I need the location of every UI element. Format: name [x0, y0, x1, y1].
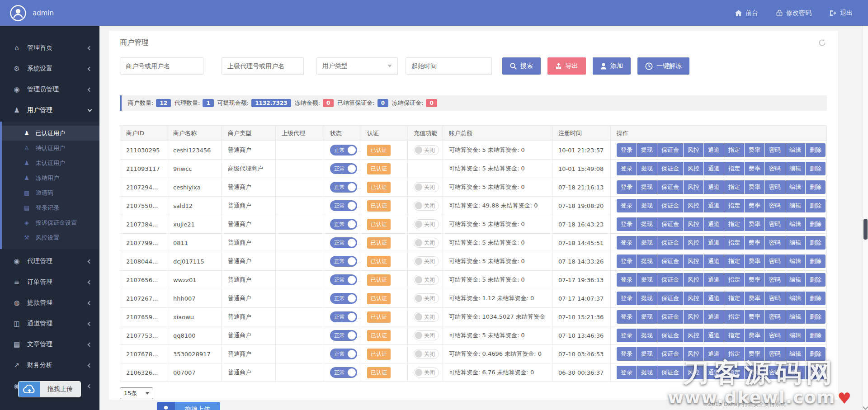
assign-action-button[interactable]: 指定 [724, 217, 744, 231]
recharge-toggle[interactable]: 关闭 [414, 238, 439, 248]
login-action-button[interactable]: 登录 [617, 254, 637, 268]
risk-action-button[interactable]: 风控 [684, 366, 703, 379]
login-action-button[interactable]: 登录 [617, 236, 637, 250]
recharge-toggle[interactable]: 关闭 [414, 312, 439, 322]
status-toggle[interactable]: 正常 [330, 311, 357, 322]
logout-link[interactable]: 退出 [830, 9, 853, 17]
deposit-action-button[interactable]: 保证金 [657, 143, 683, 157]
rate-action-button[interactable]: 费率 [745, 292, 764, 305]
recharge-toggle[interactable]: 关闭 [414, 330, 439, 340]
status-toggle[interactable]: 正常 [330, 256, 357, 267]
risk-action-button[interactable]: 风控 [684, 236, 703, 250]
password-action-button[interactable]: 密码 [765, 292, 785, 305]
status-toggle[interactable]: 正常 [330, 237, 357, 248]
risk-action-button[interactable]: 风控 [684, 199, 703, 212]
channel-action-button[interactable]: 通道 [704, 254, 724, 268]
rate-action-button[interactable]: 费率 [745, 254, 764, 268]
deposit-action-button[interactable]: 保证金 [657, 162, 683, 175]
delete-action-button[interactable]: 删除 [806, 273, 826, 287]
deposit-action-button[interactable]: 保证金 [657, 236, 683, 250]
edit-action-button[interactable]: 编辑 [785, 292, 805, 305]
edit-action-button[interactable]: 编辑 [785, 254, 805, 268]
login-action-button[interactable]: 登录 [617, 180, 637, 194]
login-action-button[interactable]: 登录 [617, 329, 637, 342]
password-action-button[interactable]: 密码 [765, 310, 785, 324]
login-action-button[interactable]: 登录 [617, 162, 637, 175]
search-button[interactable]: 搜索 [502, 57, 541, 75]
sidebar-item-system-settings[interactable]: ⚙系统设置 [0, 58, 99, 79]
assign-action-button[interactable]: 指定 [724, 180, 744, 194]
deposit-action-button[interactable]: 保证金 [657, 199, 683, 212]
assign-action-button[interactable]: 指定 [724, 143, 744, 157]
assign-action-button[interactable]: 指定 [724, 236, 744, 250]
sidebar-subitem-verified-users[interactable]: ♟已认证用户 [2, 126, 99, 141]
change-password-link[interactable]: 修改密码 [776, 9, 811, 17]
sidebar-subitem-frozen-users[interactable]: ♟冻结用户 [2, 170, 99, 185]
rate-action-button[interactable]: 费率 [745, 217, 764, 231]
edit-action-button[interactable]: 编辑 [785, 236, 805, 250]
recharge-toggle[interactable]: 关闭 [414, 182, 439, 192]
recharge-toggle[interactable]: 关闭 [414, 219, 439, 229]
withdraw-action-button[interactable]: 提现 [637, 162, 657, 175]
status-toggle[interactable]: 正常 [330, 200, 357, 211]
deposit-action-button[interactable]: 保证金 [657, 180, 683, 194]
withdraw-action-button[interactable]: 提现 [637, 143, 657, 157]
sidebar-item-dashboard[interactable]: ⌂管理首页 [0, 38, 99, 58]
page-size-select[interactable]: 15条 [120, 387, 153, 399]
drag-upload-widget-2[interactable]: 拖拽上传 [157, 402, 220, 410]
assign-action-button[interactable]: 指定 [724, 329, 744, 342]
sidebar-item-withdraw-management[interactable]: ◍提款管理 [0, 292, 99, 313]
edit-action-button[interactable]: 编辑 [785, 347, 805, 361]
sidebar-subitem-pending-users[interactable]: ♙待认证用户 [2, 141, 99, 156]
export-button[interactable]: 导出 [547, 57, 586, 75]
password-action-button[interactable]: 密码 [765, 199, 785, 212]
risk-action-button[interactable]: 风控 [684, 254, 703, 268]
rate-action-button[interactable]: 费率 [745, 329, 764, 342]
edit-action-button[interactable]: 编辑 [785, 199, 805, 212]
agent-search-input[interactable] [222, 57, 304, 75]
delete-action-button[interactable]: 删除 [806, 217, 826, 231]
deposit-action-button[interactable]: 保证金 [657, 273, 683, 287]
unfreeze-button[interactable]: 一键解冻 [637, 57, 689, 75]
deposit-action-button[interactable]: 保证金 [657, 347, 683, 361]
recharge-toggle[interactable]: 关闭 [414, 275, 439, 285]
deposit-action-button[interactable]: 保证金 [657, 292, 683, 305]
delete-action-button[interactable]: 删除 [806, 366, 826, 379]
scrollbar-thumb[interactable] [863, 219, 868, 240]
assign-action-button[interactable]: 指定 [724, 347, 744, 361]
withdraw-action-button[interactable]: 提现 [637, 217, 657, 231]
channel-action-button[interactable]: 通道 [704, 180, 724, 194]
withdraw-action-button[interactable]: 提现 [637, 254, 657, 268]
channel-action-button[interactable]: 通道 [704, 236, 724, 250]
deposit-action-button[interactable]: 保证金 [657, 329, 683, 342]
login-action-button[interactable]: 登录 [617, 347, 637, 361]
sidebar-item-user-management[interactable]: ♟用户管理 [0, 100, 99, 121]
edit-action-button[interactable]: 编辑 [785, 162, 805, 175]
rate-action-button[interactable]: 费率 [745, 236, 764, 250]
sidebar-item-article-management[interactable]: ▤文章管理 [0, 334, 99, 355]
delete-action-button[interactable]: 删除 [806, 236, 826, 250]
recharge-toggle[interactable]: 关闭 [414, 145, 439, 155]
channel-action-button[interactable]: 通道 [704, 273, 724, 287]
recharge-toggle[interactable]: 关闭 [414, 368, 439, 377]
avatar[interactable] [10, 5, 26, 21]
risk-action-button[interactable]: 风控 [684, 162, 703, 175]
password-action-button[interactable]: 密码 [765, 273, 785, 287]
withdraw-action-button[interactable]: 提现 [637, 273, 657, 287]
risk-action-button[interactable]: 风控 [684, 273, 703, 287]
recharge-toggle[interactable]: 关闭 [414, 293, 439, 303]
status-toggle[interactable]: 正常 [330, 163, 357, 174]
status-toggle[interactable]: 正常 [330, 349, 357, 359]
sidebar-subitem-invite-codes[interactable]: ▩邀请码 [2, 185, 99, 200]
withdraw-action-button[interactable]: 提现 [637, 180, 657, 194]
withdraw-action-button[interactable]: 提现 [637, 199, 657, 212]
delete-action-button[interactable]: 删除 [806, 329, 826, 342]
channel-action-button[interactable]: 通道 [704, 217, 724, 231]
vertical-scrollbar[interactable] [863, 26, 868, 410]
edit-action-button[interactable]: 编辑 [785, 366, 805, 379]
delete-action-button[interactable]: 删除 [806, 310, 826, 324]
assign-action-button[interactable]: 指定 [724, 162, 744, 175]
status-toggle[interactable]: 正常 [330, 330, 357, 341]
status-toggle[interactable]: 正常 [330, 293, 357, 304]
start-time-input[interactable] [406, 57, 492, 75]
